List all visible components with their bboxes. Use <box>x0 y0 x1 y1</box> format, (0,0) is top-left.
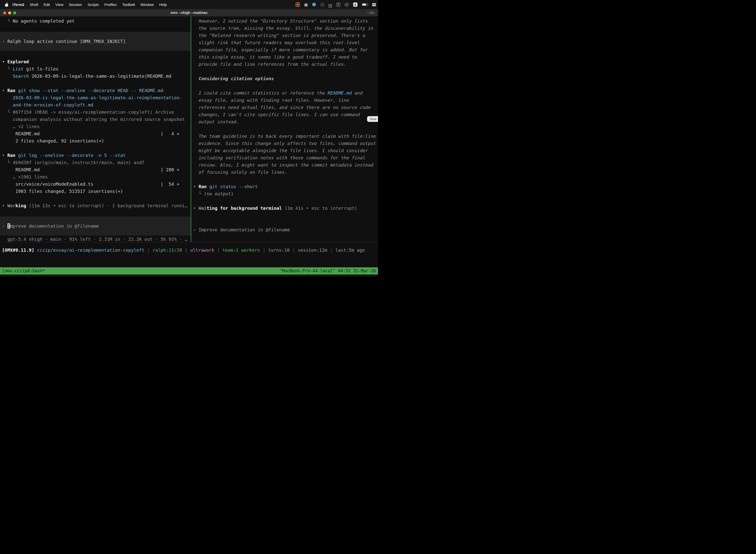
text-segment: of focusing solely on file lines. <box>193 170 287 175</box>
terminal-line: changes, I can't cite specific file line… <box>191 111 378 118</box>
text-segment: › <box>193 227 199 232</box>
omx-status-segment: [OMX#0.11.9] <box>2 247 34 253</box>
text-segment: gpt-5.4 xhigh · 96% left · 520K in · 5.8… <box>193 241 376 242</box>
blue-app-icon[interactable] <box>312 3 316 6</box>
tmux-host-clock: "MacBook-Pro-44.local" 04:52 31-Mar-26 <box>279 267 378 275</box>
text-segment: • <box>2 88 7 93</box>
working-indicator: • Working (11m 13s • esc to interrupt) ·… <box>0 202 191 209</box>
text-segment: the "Related research writing" section i… <box>193 33 365 38</box>
menu-item-window[interactable]: Window <box>138 2 156 7</box>
blank-line <box>191 219 378 226</box>
omx-status-line: [OMX#0.11.9] cczip/essay/ai-reimplementa… <box>2 246 378 254</box>
blank-line <box>191 125 378 132</box>
macos-menu-bar: iTerm2ShellEditViewSessionScriptsProfile… <box>0 0 378 9</box>
ran-git-status: • Ran git status --short <box>191 183 378 190</box>
waiting-indicator: • Waiting for background terminal (1m 41… <box>191 205 378 212</box>
text-segment <box>207 184 209 189</box>
menu-item-help[interactable]: Help <box>156 2 170 7</box>
terminal-line: └ List git ls-files <box>0 65 191 72</box>
text-segment: including verification notes with those … <box>193 155 365 160</box>
command-input[interactable]: › Improve documentation in @filename <box>0 216 191 235</box>
queued-message-band: › Ralph loop active continue [OMX_TMUX_I… <box>0 32 191 51</box>
dark-app-icon[interactable] <box>320 3 324 6</box>
text-segment: ting for background terminal <box>207 206 282 211</box>
text-segment: Improve documentation in @filename <box>199 227 290 232</box>
blank-line <box>191 68 378 75</box>
text-segment: king <box>15 203 26 208</box>
text-segment: Ran <box>7 153 16 158</box>
window-shortcut-hint: ⌥⌘1 <box>366 9 375 16</box>
terminal-line: provide file and line references from th… <box>191 61 378 68</box>
screen-share-pill[interactable]: Scre <box>367 116 378 122</box>
blank-line <box>191 233 378 240</box>
blank-line <box>0 80 191 87</box>
terminal-line: Search 2026-03-09-is-legal-the-same-as-l… <box>0 72 191 80</box>
input-source-icon[interactable]: A <box>353 2 358 7</box>
dots-grid-icon[interactable] <box>329 4 329 5</box>
blank-line <box>0 209 191 216</box>
text-segment: git show --stat --oneline --decorate HEA… <box>18 88 163 93</box>
text-segment <box>15 88 18 93</box>
text-segment: README.md <box>328 90 352 96</box>
terminal-line: evidence. Since this change only affects… <box>191 140 378 147</box>
control-center-icon[interactable] <box>372 3 376 4</box>
left-terminal-pane[interactable]: └ No agents completed yet › Ralph loop a… <box>0 16 191 242</box>
blank-line <box>0 24 191 32</box>
terminal-line: slight risk that future readers may over… <box>191 39 378 46</box>
battery-icon[interactable] <box>362 3 368 6</box>
blank-line <box>0 195 191 202</box>
explored-header: • Explored <box>0 58 191 65</box>
menu-bar-status-icons: ▦ 8 61 A <box>296 0 376 9</box>
omx-status-segment: | <box>290 247 298 253</box>
text-segment: Considering citation options <box>193 76 274 81</box>
text-segment: 2026-03-09-is-legal-the-same-as-legitima… <box>2 95 182 100</box>
omx-status-segment: ultrawork <box>190 247 214 253</box>
text-segment: mprove documentation in @filename <box>10 223 99 229</box>
omx-status-segment: team:1 workers <box>223 247 260 253</box>
text-segment: 2 files changed, 92 insertions(+) <box>2 138 104 144</box>
terminal-line: └ 067f154 (HEAD -> essay/ai-reimplementa… <box>0 108 191 116</box>
menu-item-session[interactable]: Session <box>66 2 85 7</box>
text-segment: › <box>2 223 7 229</box>
text-segment: git status --short <box>209 184 258 189</box>
terminal-line: 2026-03-09-is-legal-the-same-as-legitima… <box>0 94 191 101</box>
menu-item-shell[interactable]: Shell <box>27 2 41 7</box>
terminal-line: the "Related research writing" section i… <box>191 32 378 39</box>
menu-item-view[interactable]: View <box>53 2 66 7</box>
text-segment: this single essay, it seems like a good … <box>193 54 357 60</box>
key-8-icon[interactable]: 8 <box>336 3 340 7</box>
menu-item-profiles[interactable]: Profiles <box>102 2 120 7</box>
text-segment: review. Also, I might want to inspect th… <box>193 162 373 168</box>
terminal-line: output instead. <box>191 118 378 125</box>
gauge-icon[interactable]: 61 <box>345 3 349 7</box>
tmux-session-name: [omx-cczip0:bash* <box>0 267 45 275</box>
desktop-screen: iTerm2ShellEditViewSessionScriptsProfile… <box>0 0 378 277</box>
text-segment: evidence. Since this change only affects… <box>193 141 376 146</box>
text-segment: • <box>2 153 7 158</box>
terminal-line: I could cite commit statistics or refere… <box>191 89 378 97</box>
keyboard-grid-icon[interactable]: ▦ <box>304 3 308 6</box>
menu-item-iterm2[interactable]: iTerm2 <box>10 2 27 7</box>
menu-item-toolbelt[interactable]: Toolbelt <box>120 2 138 7</box>
text-segment: └ <box>193 191 204 196</box>
apple-menu-icon[interactable] <box>5 3 8 7</box>
ran-git-show: • Ran git show --stat --oneline --decora… <box>0 87 191 94</box>
terminal-line: essay file, along with finding root file… <box>191 97 378 104</box>
terminal-line: 1903 files changed, 513517 insertions(+) <box>0 188 191 195</box>
text-segment: git log --oneline --decorate -n 5 --stat <box>18 153 126 158</box>
terminal-line: this single essay, it seems like a good … <box>191 53 378 61</box>
text-segment: 1903 files changed, 513517 insertions(+) <box>2 189 123 194</box>
command-input[interactable]: › Improve documentation in @filename <box>191 226 378 233</box>
terminal-line: of focusing solely on file lines. <box>191 169 378 176</box>
text-segment: └ <box>2 66 13 71</box>
text-segment: companion file, especially if more comme… <box>193 47 368 52</box>
menu-item-edit[interactable]: Edit <box>41 2 53 7</box>
terminal-line: the source tree, missing the essay. Stil… <box>191 24 378 32</box>
menu-item-scripts[interactable]: Scripts <box>85 2 102 7</box>
blank-line <box>191 197 378 205</box>
text-segment: the source tree, missing the essay. Stil… <box>193 25 373 31</box>
right-terminal-pane[interactable]: However, I noticed the "Directory Struct… <box>191 16 378 242</box>
text-segment: Ran <box>7 88 16 93</box>
terminal-line: references need actual files, and since … <box>191 104 378 111</box>
screen-recording-stop-icon[interactable] <box>296 2 300 7</box>
